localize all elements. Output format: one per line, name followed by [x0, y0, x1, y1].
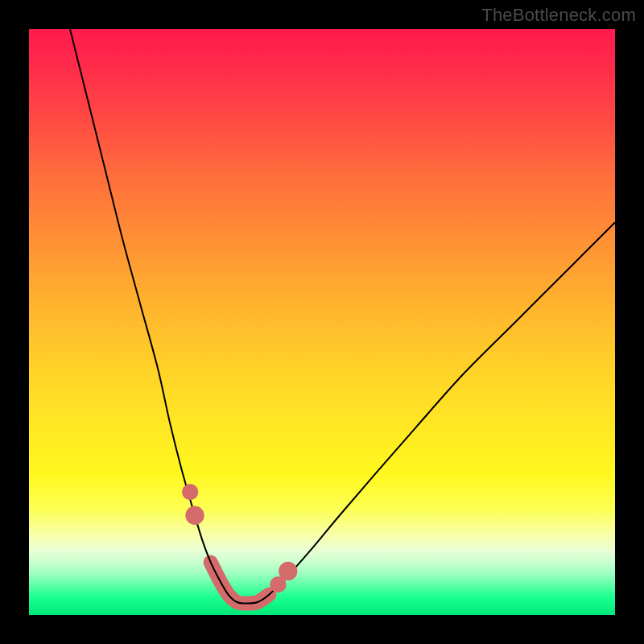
attribution-text: TheBottleneck.com	[481, 5, 636, 26]
curve-marker	[279, 562, 297, 580]
plot-area	[29, 29, 615, 615]
bottleneck-curve	[70, 29, 615, 603]
curve-marker	[182, 484, 198, 500]
marker-points	[182, 484, 297, 592]
curve-layer	[29, 29, 615, 615]
curve-marker	[185, 506, 204, 525]
optimal-range-highlight	[211, 562, 270, 603]
chart-frame: TheBottleneck.com	[0, 0, 644, 644]
